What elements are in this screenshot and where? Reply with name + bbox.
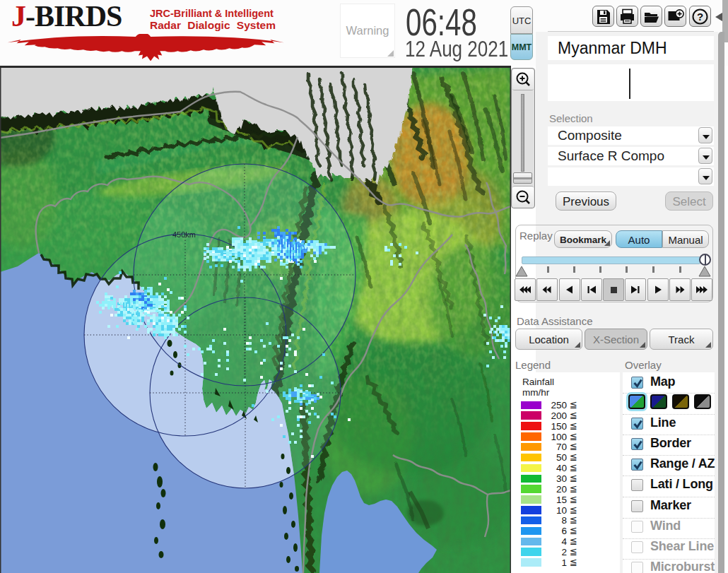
- svg-text:?: ?: [697, 10, 703, 22]
- svg-text:450km: 450km: [172, 230, 196, 239]
